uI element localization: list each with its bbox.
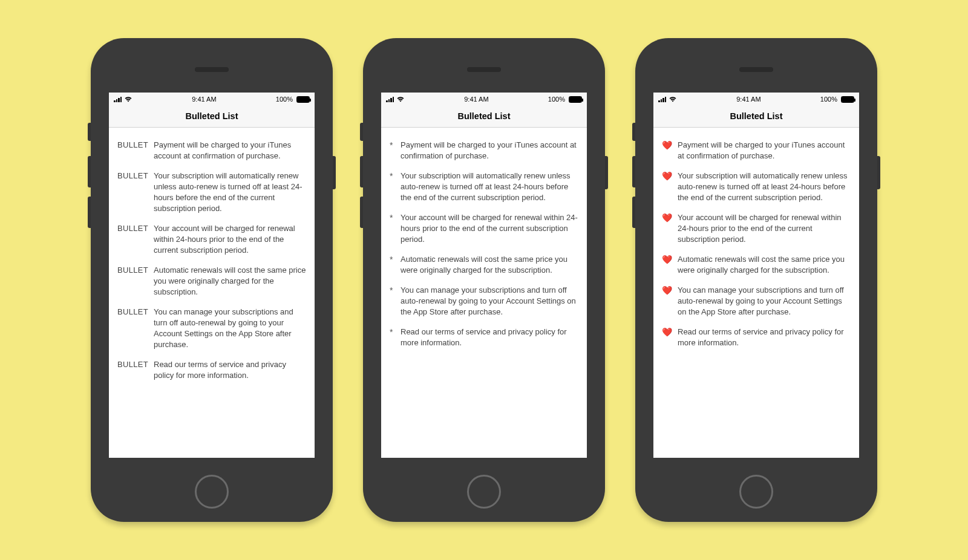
bullet-marker: BULLET xyxy=(117,140,149,151)
list-text: Read our terms of service and privacy po… xyxy=(401,327,578,348)
list-text: Automatic renewals will cost the same pr… xyxy=(401,254,578,276)
status-bar: 9:41 AM 100% xyxy=(381,93,587,106)
phone-mockup: 9:41 AM 100% Bulleted List BULLETPayment… xyxy=(91,38,333,522)
list-text: Your account will be charged for renewal… xyxy=(154,223,306,256)
content-area[interactable]: BULLETPayment will be charged to your iT… xyxy=(109,128,315,458)
bullet-marker: * xyxy=(390,254,396,265)
list-item: *Payment will be charged to your iTunes … xyxy=(390,140,578,161)
list-item: ❤️Automatic renewals will cost the same … xyxy=(662,254,851,276)
list-text: Automatic renewals will cost the same pr… xyxy=(154,265,306,298)
list-item: BULLETYour account will be charged for r… xyxy=(117,223,306,256)
list-text: Payment will be charged to your iTunes a… xyxy=(401,140,578,161)
phone-screen: 9:41 AM 100% Bulleted List BULLETPayment… xyxy=(109,93,315,458)
heart-icon: ❤️ xyxy=(662,254,673,265)
content-area[interactable]: *Payment will be charged to your iTunes … xyxy=(381,128,587,458)
list-text: Read our terms of service and privacy po… xyxy=(678,327,851,348)
bullet-marker: BULLET xyxy=(117,265,149,276)
heart-icon: ❤️ xyxy=(662,171,673,181)
nav-title: Bulleted List xyxy=(381,106,587,128)
battery-percent: 100% xyxy=(820,96,837,103)
volume-up-button xyxy=(88,156,91,187)
list-item: BULLETAutomatic renewals will cost the s… xyxy=(117,265,306,298)
list-item: ❤️Read our terms of service and privacy … xyxy=(662,327,851,348)
list-text: Payment will be charged to your iTunes a… xyxy=(154,140,306,161)
bullet-marker: * xyxy=(390,327,396,337)
nav-title: Bulleted List xyxy=(109,106,315,128)
list-item: ❤️Payment will be charged to your iTunes… xyxy=(662,140,851,161)
nav-title: Bulleted List xyxy=(653,106,859,128)
phone-screen: 9:41 AM 100% Bulleted List ❤️Payment wil… xyxy=(653,93,859,458)
volume-up-button xyxy=(360,156,363,187)
battery-percent: 100% xyxy=(548,96,565,103)
list-text: You can manage your subscriptions and tu… xyxy=(401,285,578,317)
speaker-slot xyxy=(467,67,501,72)
list-text: Your subscription will automatically ren… xyxy=(678,171,851,203)
list-text: You can manage your subscriptions and tu… xyxy=(678,285,851,317)
heart-icon: ❤️ xyxy=(662,285,673,296)
signal-icon xyxy=(114,96,122,102)
list-text: Your account will be charged for renewal… xyxy=(401,212,578,245)
power-button xyxy=(333,156,336,189)
phone-mockup: 9:41 AM 100% Bulleted List *Payment will… xyxy=(363,38,605,522)
bullet-marker: BULLET xyxy=(117,307,149,317)
battery-icon xyxy=(296,96,310,103)
list-text: Your subscription will automatically ren… xyxy=(401,171,578,203)
list-text: Your account will be charged for renewal… xyxy=(678,212,851,245)
bullet-marker: * xyxy=(390,171,396,181)
home-button xyxy=(467,475,501,509)
content-area[interactable]: ❤️Payment will be charged to your iTunes… xyxy=(653,128,859,458)
battery-icon xyxy=(841,96,854,103)
volume-down-button xyxy=(360,197,363,228)
mute-switch xyxy=(632,123,635,141)
wifi-icon xyxy=(669,96,677,102)
list-item: ❤️Your subscription will automatically r… xyxy=(662,171,851,203)
volume-down-button xyxy=(88,197,91,228)
bulleted-list: ❤️Payment will be charged to your iTunes… xyxy=(662,140,851,348)
volume-up-button xyxy=(632,156,635,187)
bullet-marker: * xyxy=(390,285,396,296)
bullet-marker: BULLET xyxy=(117,223,149,234)
power-button xyxy=(877,156,880,189)
list-text: Your subscription will automatically ren… xyxy=(154,171,306,214)
list-item: ❤️You can manage your subscriptions and … xyxy=(662,285,851,317)
signal-icon xyxy=(658,96,666,102)
list-item: *Automatic renewals will cost the same p… xyxy=(390,254,578,276)
status-bar: 9:41 AM 100% xyxy=(109,93,315,106)
power-button xyxy=(605,156,608,189)
bulleted-list: BULLETPayment will be charged to your iT… xyxy=(117,140,306,381)
wifi-icon xyxy=(124,96,132,102)
list-item: *Your subscription will automatically re… xyxy=(390,171,578,203)
status-bar: 9:41 AM 100% xyxy=(653,93,859,106)
home-button xyxy=(195,475,229,509)
list-item: BULLETYou can manage your subscriptions … xyxy=(117,307,306,350)
speaker-slot xyxy=(739,67,773,72)
status-time: 9:41 AM xyxy=(736,96,760,103)
list-text: Automatic renewals will cost the same pr… xyxy=(678,254,851,276)
list-item: *You can manage your subscriptions and t… xyxy=(390,285,578,317)
speaker-slot xyxy=(195,67,229,72)
phone-screen: 9:41 AM 100% Bulleted List *Payment will… xyxy=(381,93,587,458)
bullet-marker: BULLET xyxy=(117,359,149,370)
volume-down-button xyxy=(632,197,635,228)
list-text: Payment will be charged to your iTunes a… xyxy=(678,140,851,161)
home-button xyxy=(739,475,773,509)
bullet-marker: BULLET xyxy=(117,171,149,181)
list-item: *Your account will be charged for renewa… xyxy=(390,212,578,245)
status-time: 9:41 AM xyxy=(192,96,216,103)
list-item: BULLETRead our terms of service and priv… xyxy=(117,359,306,381)
status-time: 9:41 AM xyxy=(464,96,488,103)
list-item: *Read our terms of service and privacy p… xyxy=(390,327,578,348)
battery-percent: 100% xyxy=(276,96,293,103)
battery-icon xyxy=(569,96,582,103)
list-item: BULLETYour subscription will automatical… xyxy=(117,171,306,214)
heart-icon: ❤️ xyxy=(662,140,673,151)
mute-switch xyxy=(360,123,363,141)
bulleted-list: *Payment will be charged to your iTunes … xyxy=(390,140,578,348)
mute-switch xyxy=(88,123,91,141)
bullet-marker: * xyxy=(390,140,396,151)
heart-icon: ❤️ xyxy=(662,327,673,337)
list-item: BULLETPayment will be charged to your iT… xyxy=(117,140,306,161)
phone-mockup: 9:41 AM 100% Bulleted List ❤️Payment wil… xyxy=(635,38,877,522)
signal-icon xyxy=(386,96,394,102)
wifi-icon xyxy=(396,96,405,102)
